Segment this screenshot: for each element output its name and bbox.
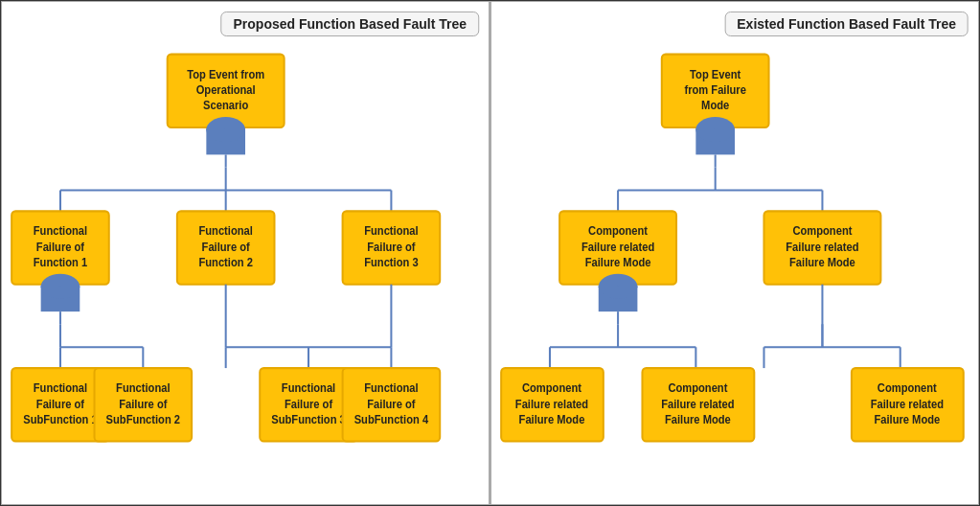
svg-rect-0 — [168, 55, 285, 127]
main-container: Proposed Function Based Fault Tree Top E… — [0, 0, 980, 506]
right-panel-header: Existed Function Based Fault Tree — [501, 12, 969, 46]
svg-text:Failure Mode: Failure Mode — [665, 414, 731, 426]
svg-text:Functional: Functional — [198, 225, 252, 237]
svg-text:Failure related: Failure related — [515, 398, 588, 409]
svg-text:Failure related: Failure related — [786, 241, 858, 252]
svg-text:Functional: Functional — [364, 225, 418, 237]
svg-text:Functional: Functional — [34, 225, 87, 237]
svg-text:Operational: Operational — [196, 84, 256, 96]
svg-text:Failure of: Failure of — [367, 241, 415, 252]
svg-rect-22 — [343, 211, 441, 284]
svg-rect-100 — [852, 368, 964, 441]
svg-text:Function 1: Function 1 — [34, 257, 88, 268]
svg-text:SubFunction 3: SubFunction 3 — [271, 414, 346, 426]
svg-rect-57 — [662, 55, 769, 127]
svg-rect-78 — [599, 287, 638, 311]
svg-text:Failure related: Failure related — [871, 398, 944, 409]
svg-rect-4 — [206, 129, 245, 154]
svg-rect-14 — [11, 211, 109, 284]
svg-point-79 — [599, 274, 638, 299]
left-panel-header: Proposed Function Based Fault Tree — [11, 12, 479, 46]
svg-point-62 — [695, 117, 735, 142]
left-panel: Proposed Function Based Fault Tree Top E… — [1, 1, 490, 505]
svg-text:Component: Component — [668, 382, 727, 394]
svg-rect-45 — [95, 368, 193, 441]
svg-text:SubFunction 2: SubFunction 2 — [106, 414, 180, 426]
svg-text:Function 2: Function 2 — [198, 257, 252, 268]
svg-text:Component: Component — [522, 382, 581, 394]
svg-text:Failure of: Failure of — [119, 398, 167, 409]
svg-text:Component: Component — [588, 225, 648, 237]
svg-rect-18 — [177, 211, 275, 284]
svg-text:Functional: Functional — [116, 382, 170, 394]
svg-text:Component: Component — [792, 225, 852, 237]
svg-rect-92 — [501, 368, 604, 441]
svg-text:Failure related: Failure related — [661, 398, 734, 409]
svg-text:Failure Mode: Failure Mode — [874, 414, 940, 426]
svg-text:Top Event: Top Event — [690, 68, 741, 80]
svg-text:Scenario: Scenario — [203, 100, 248, 111]
svg-text:Failure of: Failure of — [36, 398, 84, 409]
left-panel-title: Proposed Function Based Fault Tree — [221, 12, 479, 36]
svg-rect-26 — [41, 287, 80, 311]
svg-text:Failure of: Failure of — [36, 241, 84, 252]
svg-text:Functional: Functional — [34, 382, 87, 394]
svg-rect-41 — [11, 368, 109, 441]
svg-text:Failure of: Failure of — [367, 398, 415, 409]
svg-rect-74 — [763, 211, 880, 284]
svg-point-27 — [41, 274, 80, 299]
svg-text:Component: Component — [877, 382, 937, 394]
svg-text:Function 3: Function 3 — [364, 257, 419, 268]
svg-rect-49 — [260, 368, 357, 441]
left-tree-svg: Top Event from Operational Scenario F — [2, 2, 489, 504]
svg-text:Failure Mode: Failure Mode — [585, 257, 651, 268]
right-panel-title: Existed Function Based Fault Tree — [724, 12, 969, 36]
svg-text:Failure Mode: Failure Mode — [519, 414, 585, 426]
svg-rect-61 — [695, 129, 735, 154]
svg-rect-70 — [559, 211, 676, 284]
svg-text:Functional: Functional — [282, 382, 335, 394]
svg-text:Failure of: Failure of — [285, 398, 332, 409]
svg-text:from Failure: from Failure — [684, 84, 746, 96]
svg-text:Failure related: Failure related — [581, 241, 654, 252]
svg-text:Mode: Mode — [701, 100, 730, 111]
svg-text:Top Event from: Top Event from — [187, 68, 264, 80]
svg-rect-53 — [343, 368, 441, 441]
right-tree-svg: Top Event from Failure Mode Component Fa… — [491, 2, 978, 504]
svg-text:SubFunction 4: SubFunction 4 — [354, 414, 429, 426]
svg-rect-96 — [642, 368, 754, 441]
svg-text:Functional: Functional — [364, 382, 418, 394]
svg-text:Failure Mode: Failure Mode — [789, 257, 855, 268]
svg-text:SubFunction 1: SubFunction 1 — [23, 414, 98, 426]
svg-point-5 — [206, 117, 245, 142]
right-panel: Existed Function Based Fault Tree Top Ev… — [490, 1, 979, 505]
svg-text:Failure of: Failure of — [202, 241, 250, 252]
